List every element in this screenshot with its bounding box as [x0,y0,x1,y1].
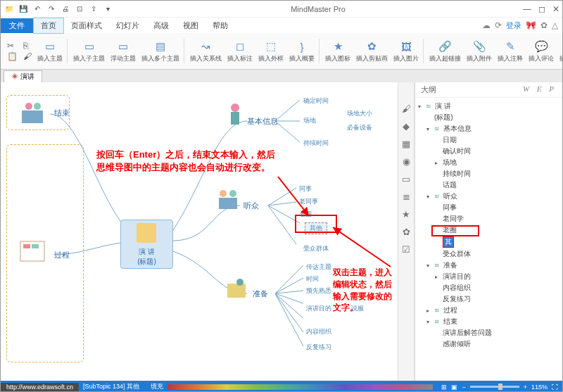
menu-home[interactable]: 首页 [33,18,64,34]
node-required-equip[interactable]: 必备设备 [347,123,372,132]
outline-item[interactable]: 持续时间 [418,168,559,179]
ribbon-multi-topic[interactable]: ▤插入多个主题 [139,39,184,63]
node-audience[interactable]: 听众 [243,201,259,211]
qat-more-icon[interactable]: ▾ [102,4,113,15]
format-brush-icon[interactable]: 🖌 [402,103,411,114]
root-node[interactable]: 演 讲 (标题) [120,220,173,269]
format-clipart-icon[interactable]: ✿ [403,227,410,237]
outline-item[interactable]: ▸场地 [418,157,559,168]
outline-item[interactable]: ▾≋基本信息 [418,123,559,134]
format-icons-icon[interactable]: ★ [402,209,410,220]
format-task-icon[interactable]: ☑ [402,244,410,255]
menu-page-style[interactable]: 页面样式 [64,18,109,33]
node-content-org[interactable]: 内容组织 [306,327,331,336]
minimize-button[interactable]: — [523,4,531,14]
settings-icon[interactable]: ✿ [540,20,548,30]
cloud-upload-icon[interactable]: ☁ [482,20,491,30]
outline-item[interactable]: (标题) [418,112,559,123]
fit-page-icon[interactable]: ▣ [451,384,457,391]
color-palette-bar[interactable] [167,384,433,390]
ribbon-insert-topic[interactable]: ▭插入主题 [35,39,68,63]
qat-export-icon[interactable]: ⇪ [88,4,99,15]
mindmap-canvas[interactable]: 演 讲 (标题) 结束 过程 基本信息 听众 准备 确定时间 场地 场地大小 必… [1,82,398,381]
qat-folder-icon[interactable]: 📁 [4,4,15,15]
outline-item[interactable]: 其 [418,236,559,248]
ribbon-boundary[interactable]: ⬚插入外框 [256,39,286,63]
menu-view[interactable]: 视图 [176,18,205,33]
close-button[interactable]: ✕ [552,4,559,14]
format-theme-icon[interactable]: ◉ [403,156,410,167]
login-link[interactable]: 登录 [506,20,521,31]
outline-item[interactable]: 日期 [418,134,559,146]
copy-icon[interactable]: ⎘ [23,41,32,51]
ribbon-clipart[interactable]: ✿插入剪贴画 [354,39,390,63]
fullscreen-icon[interactable]: ⛶ [552,384,558,391]
zoom-in-button[interactable]: + [524,384,527,391]
collapse-ribbon-icon[interactable]: △ [552,20,558,30]
outline-item[interactable]: ▾≋演 讲 [418,101,559,112]
qat-fit-icon[interactable]: ⊡ [74,4,85,15]
gift-icon[interactable]: 🎀 [526,20,536,30]
zoom-out-button[interactable]: − [462,384,465,391]
qat-undo-icon[interactable]: ↶ [32,4,43,15]
outline-item[interactable]: 反复练习 [418,293,559,305]
maximize-button[interactable]: ◻ [538,4,545,14]
menu-slides[interactable]: 幻灯片 [109,18,146,33]
outline-item[interactable]: 同事 [418,202,559,213]
menu-advanced[interactable]: 高级 [146,18,176,33]
node-review-before[interactable]: 预先熟悉 [306,286,331,296]
ribbon-callout[interactable]: ◻插入标注 [225,39,255,63]
outline-item[interactable]: ▾≋结束 [418,316,559,327]
outline-item[interactable]: 话题 [418,179,559,191]
zoom-slider[interactable] [470,386,519,388]
ribbon-icon[interactable]: ★插入图标 [323,39,353,63]
ribbon-summary[interactable]: }插入概要 [287,39,320,63]
status-url[interactable]: http://www.edrawsoft.cn [1,383,79,391]
outline-item[interactable]: ▾≋准备 [418,260,559,271]
ribbon-insert-subtopic[interactable]: ▭插入子主题 [71,39,107,63]
outline-item[interactable]: 确认时间 [418,146,559,157]
node-speech-purpose[interactable]: 演讲目的 [306,304,331,313]
outline-item[interactable]: 感谢倾听 [418,339,559,350]
file-menu-button[interactable]: 文件 [1,18,33,33]
qat-save-icon[interactable]: 💾 [18,4,29,15]
node-process[interactable]: 过程 [54,250,70,260]
fit-width-icon[interactable]: ⊞ [441,384,447,391]
outline-item[interactable]: 演讲后解答问题 [418,327,559,339]
node-confirm-time[interactable]: 确定时间 [303,96,329,106]
brush-icon[interactable]: 🖌 [23,51,32,61]
ribbon-image[interactable]: 🖼插入图片 [391,39,424,63]
node-duration[interactable]: 持续时间 [303,139,329,148]
node-venue[interactable]: 场地 [303,116,316,125]
outline-item[interactable]: 受众群体 [418,248,559,260]
outline-item[interactable]: 内容组织 [418,282,559,293]
format-shape-icon[interactable]: ◆ [403,121,410,132]
ribbon-relationship[interactable]: ↝插入关系线 [188,39,224,63]
outline-item[interactable]: ▸≋过程 [418,305,559,316]
node-end[interactable]: 结束 [54,108,70,118]
cut-icon[interactable]: ✂ [7,41,18,51]
paste-icon[interactable]: 📋 [7,51,18,61]
cloud-sync-icon[interactable]: ⟳ [495,20,502,30]
qat-redo-icon[interactable]: ↷ [46,4,57,15]
node-venue-size[interactable]: 场地大小 [347,109,372,118]
ribbon-attachment[interactable]: 📎插入附件 [464,39,494,63]
format-outline-icon[interactable]: ≣ [403,191,410,202]
node-prepare[interactable]: 准备 [253,289,268,299]
format-layout-icon[interactable]: ▦ [402,139,410,149]
doc-tab-active[interactable]: ◈ 演讲 [4,70,42,82]
node-audience-group[interactable]: 受众群体 [303,244,329,253]
menu-help[interactable]: 帮助 [205,18,235,33]
node-review-practice[interactable]: 反复练习 [306,343,331,352]
ribbon-hyperlink[interactable]: 🔗插入超链接 [427,39,463,63]
outline-item[interactable]: 老同学 [418,213,559,225]
qat-print-icon[interactable]: 🖨 [60,4,71,15]
ribbon-note[interactable]: ✎插入注释 [495,39,525,63]
outline-item[interactable]: ▾≋听众 [418,191,559,202]
outline-item[interactable]: ▸演讲目的 [418,271,559,282]
ribbon-float-topic[interactable]: ▭浮动主题 [108,39,138,63]
ribbon-comment[interactable]: 💬插入评论 [526,39,556,63]
outline-tree[interactable]: ▾≋演 讲(标题)▾≋基本信息日期确认时间▸场地持续时间话题▾≋听众同事老同学老… [415,98,562,381]
node-time[interactable]: 时间 [306,274,319,284]
ribbon-tag[interactable]: 🏷插入标签 [557,39,563,63]
